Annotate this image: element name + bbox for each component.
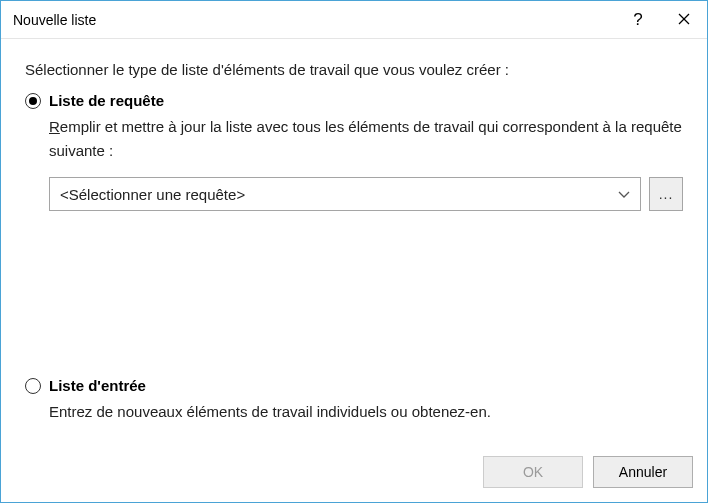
cancel-button-label: Annuler: [619, 464, 667, 480]
radio-input-label: Liste d'entrée: [49, 377, 146, 394]
radio-input[interactable]: [25, 378, 41, 394]
ok-button[interactable]: OK: [483, 456, 583, 488]
radio-query-label: Liste de requête: [49, 92, 164, 109]
option-input-group: Liste d'entrée Entrez de nouveaux élémen…: [25, 377, 683, 438]
dialog-buttons: OK Annuler: [1, 456, 707, 502]
help-button[interactable]: ?: [615, 1, 661, 38]
radio-input-row[interactable]: Liste d'entrée: [25, 377, 683, 394]
titlebar-controls: ?: [615, 1, 707, 38]
close-button[interactable]: [661, 1, 707, 38]
option-query-group: Liste de requête Remplir et mettre à jou…: [25, 92, 683, 211]
instruction-text: Sélectionner le type de liste d'éléments…: [25, 61, 683, 78]
dialog-window: Nouvelle liste ? Sélectionner le type de…: [0, 0, 708, 503]
cancel-button[interactable]: Annuler: [593, 456, 693, 488]
ok-button-label: OK: [523, 464, 543, 480]
query-combobox-value: <Sélectionner une requête>: [60, 186, 618, 203]
option-query-description: Remplir et mettre à jour la liste avec t…: [49, 115, 683, 163]
help-icon: ?: [633, 10, 642, 30]
spacer: [25, 219, 683, 377]
dialog-content: Sélectionner le type de liste d'éléments…: [1, 39, 707, 456]
query-combobox[interactable]: <Sélectionner une requête>: [49, 177, 641, 211]
radio-query-row[interactable]: Liste de requête: [25, 92, 683, 109]
radio-query[interactable]: [25, 93, 41, 109]
close-icon: [678, 11, 690, 29]
option-input-description: Entrez de nouveaux éléments de travail i…: [49, 400, 683, 424]
dialog-title: Nouvelle liste: [13, 12, 615, 28]
titlebar: Nouvelle liste ?: [1, 1, 707, 39]
browse-button[interactable]: ...: [649, 177, 683, 211]
chevron-down-icon: [618, 191, 630, 198]
ellipsis-icon: ...: [659, 186, 674, 202]
query-select-row: <Sélectionner une requête> ...: [49, 177, 683, 211]
